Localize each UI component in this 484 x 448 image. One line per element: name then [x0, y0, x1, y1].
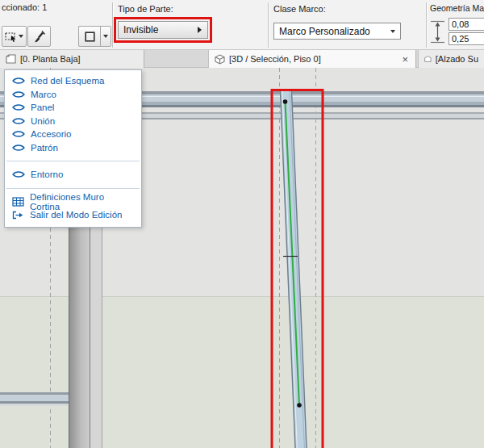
canvas-3d-view[interactable]: Red del Esquema Marco Panel Unión: [0, 68, 484, 448]
part-type-value: Invisible: [123, 24, 158, 36]
syringe-icon: [32, 30, 46, 44]
menu-item-entorno[interactable]: Entorno: [5, 168, 141, 182]
frame-width-input[interactable]: [449, 18, 484, 31]
frame-class-dropdown[interactable]: Marco Personalizado: [273, 23, 401, 40]
menu-item-label: Unión: [31, 116, 55, 126]
menu-item-label: Definiciones Muro Cortina: [30, 192, 136, 211]
tab-elevation[interactable]: [Alzado Su: [418, 50, 484, 68]
exit-icon: [12, 211, 24, 220]
menu-item-label: Entorno: [31, 170, 63, 179]
app-window: ccionado: 1 Tipo de Parte:: [0, 0, 484, 448]
eye-icon: [12, 103, 25, 111]
menu-item-patron[interactable]: Patrón: [5, 141, 141, 155]
selection-status: ccionado: 1: [2, 2, 47, 12]
frame-square-icon: [85, 31, 95, 42]
menu-item-panel[interactable]: Panel: [5, 101, 141, 115]
frame-geometry-label: Geometría Marco:: [430, 3, 484, 13]
menu-item-label: Red del Esquema: [31, 76, 104, 86]
menu-item-red-del-esquema[interactable]: Red del Esquema: [5, 74, 141, 88]
frame-dimension-icon: [429, 19, 447, 45]
chevron-right-icon: [198, 27, 202, 33]
eye-icon: [12, 130, 25, 138]
frame-depth-input[interactable]: [449, 32, 484, 45]
pick-up-parameters-button[interactable]: [27, 26, 51, 47]
toolbar-separator: [268, 2, 269, 48]
selection-handle-bottom[interactable]: [297, 403, 302, 408]
eye-icon: [12, 144, 25, 152]
menu-separator: [6, 188, 140, 189]
eye-icon: [12, 90, 25, 98]
menu-item-label: Marco: [31, 90, 56, 99]
marquee-icon: [5, 31, 17, 42]
menu-item-label: Panel: [31, 103, 54, 112]
part-type-highlight-rect: Invisible: [114, 17, 212, 43]
menu-item-label: Accesorio: [31, 129, 72, 139]
frame-class-label: Clase Marco:: [273, 4, 326, 14]
menu-separator: [6, 161, 140, 161]
menu-item-label: Patrón: [31, 143, 58, 153]
info-box-toolbar: ccionado: 1 Tipo de Parte:: [0, 0, 484, 50]
menu-item-definiciones-muro-cortina[interactable]: Definiciones Muro Cortina: [5, 195, 141, 209]
elevation-icon: [424, 54, 432, 64]
tab-floor-plan[interactable]: [0. Planta Baja]: [0, 50, 144, 68]
menu-item-marco[interactable]: Marco: [5, 88, 141, 102]
toolbar-separator: [426, 2, 428, 48]
chevron-down-icon: [19, 35, 23, 38]
chevron-down-icon: [103, 35, 108, 38]
menu-item-salir-del-modo-edicion[interactable]: Salir del Modo Edición: [5, 208, 141, 222]
marquee-tool-button[interactable]: [2, 26, 27, 47]
view-tab-bar: [0. Planta Baja] [3D / Selección, Piso 0…: [0, 50, 484, 68]
eye-icon: [12, 77, 25, 85]
eye-icon: [12, 170, 25, 178]
bottom-left-beam[interactable]: [0, 392, 69, 406]
menu-item-label: Salir del Modo Edición: [30, 210, 122, 220]
grid-settings-icon: [12, 197, 24, 207]
tab-label: [0. Planta Baja]: [20, 54, 81, 64]
close-tab-icon[interactable]: ×: [400, 54, 410, 65]
menu-item-union[interactable]: Unión: [5, 115, 141, 128]
geometry-method-button[interactable]: [78, 26, 101, 47]
tab-label: [Alzado Su: [436, 54, 478, 64]
eye-icon: [12, 117, 25, 125]
menu-item-accesorio[interactable]: Accesorio: [5, 128, 141, 141]
selection-handle-top[interactable]: [283, 99, 288, 104]
geometry-method-dropdown[interactable]: [100, 26, 111, 47]
chevron-down-icon: [390, 30, 395, 33]
cube-3d-icon: [215, 54, 225, 65]
part-type-dropdown[interactable]: Invisible: [118, 21, 208, 39]
edit-mode-panel: Red del Esquema Marco Panel Unión: [4, 69, 142, 228]
part-type-label: Tipo de Parte:: [118, 4, 173, 14]
tab-label: [3D / Selección, Piso 0]: [229, 54, 321, 64]
floor-plan-icon: [6, 54, 16, 64]
frame-class-value: Marco Personalizado: [279, 26, 370, 37]
tab-3d-selection[interactable]: [3D / Selección, Piso 0] ×: [208, 50, 416, 68]
